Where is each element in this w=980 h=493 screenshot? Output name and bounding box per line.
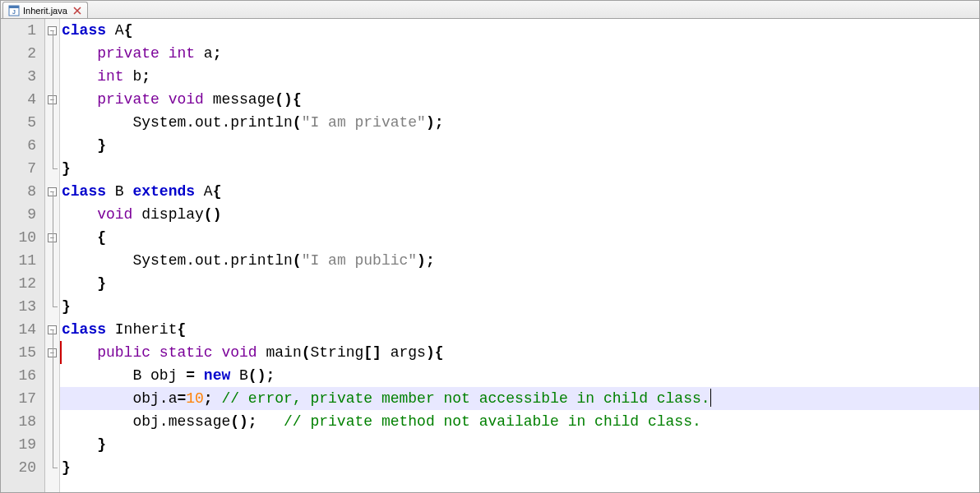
line-number: 18 xyxy=(1,410,44,433)
code-area[interactable]: class A{ private int a; int b; private v… xyxy=(60,19,979,492)
svg-text:J: J xyxy=(12,9,16,15)
line-number: 12 xyxy=(1,272,44,295)
editor-body: 1 2 3 4 5 6 7 8 9 10 11 12 13 14 15 16 1… xyxy=(1,19,979,492)
line-number: 7 xyxy=(1,157,44,180)
line-number: 19 xyxy=(1,433,44,456)
text-cursor xyxy=(710,389,711,407)
code-line: obj.message(); // private method not ava… xyxy=(60,410,979,433)
line-number: 6 xyxy=(1,134,44,157)
code-line: void display() xyxy=(60,203,979,226)
line-number: 11 xyxy=(1,249,44,272)
line-number: 16 xyxy=(1,364,44,387)
code-line: public static void main(String[] args){ xyxy=(60,341,979,364)
line-number-gutter: 1 2 3 4 5 6 7 8 9 10 11 12 13 14 15 16 1… xyxy=(1,19,45,492)
line-number: 5 xyxy=(1,111,44,134)
code-line: class A{ xyxy=(60,19,979,42)
code-line: System.out.println("I am public"); xyxy=(60,249,979,272)
code-line: } xyxy=(60,295,979,318)
line-number: 14 xyxy=(1,318,44,341)
code-line: private int a; xyxy=(60,42,979,65)
line-number: 15 xyxy=(1,341,44,364)
error-marker xyxy=(60,341,62,364)
close-icon[interactable] xyxy=(72,6,82,16)
line-number: 4 xyxy=(1,88,44,111)
code-line: class Inherit{ xyxy=(60,318,979,341)
line-number: 2 xyxy=(1,42,44,65)
code-line: int b; xyxy=(60,65,979,88)
line-number: 10 xyxy=(1,226,44,249)
line-number: 1 xyxy=(1,19,44,42)
line-number: 17 xyxy=(1,387,44,410)
code-line: } xyxy=(60,272,979,295)
file-tab[interactable]: J Inherit.java xyxy=(2,2,88,18)
code-line: } xyxy=(60,134,979,157)
java-file-icon: J xyxy=(8,5,20,16)
code-line: class B extends A{ xyxy=(60,180,979,203)
code-line: } xyxy=(60,456,979,479)
line-number: 3 xyxy=(1,65,44,88)
code-line: private void message(){ xyxy=(60,88,979,111)
fold-column: − − − − − − xyxy=(45,19,60,492)
line-number: 9 xyxy=(1,203,44,226)
line-number: 13 xyxy=(1,295,44,318)
editor-container: J Inherit.java 1 2 3 4 5 6 7 8 9 10 11 1… xyxy=(0,0,980,493)
code-line-current: obj.a=10; // error, private member not a… xyxy=(60,387,979,410)
code-line: { xyxy=(60,226,979,249)
svg-rect-1 xyxy=(9,6,19,8)
code-line: } xyxy=(60,157,979,180)
tab-filename: Inherit.java xyxy=(23,6,67,16)
code-line: B obj = new B(); xyxy=(60,364,979,387)
code-line: } xyxy=(60,433,979,456)
code-line: System.out.println("I am private"); xyxy=(60,111,979,134)
line-number: 20 xyxy=(1,456,44,479)
line-number: 8 xyxy=(1,180,44,203)
tab-bar: J Inherit.java xyxy=(1,1,979,19)
